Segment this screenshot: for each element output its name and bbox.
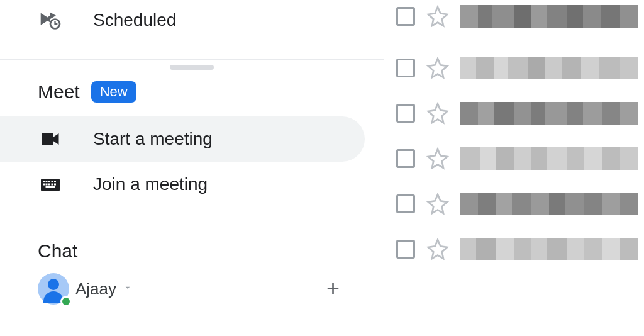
redacted-sender (460, 238, 638, 260)
mail-row[interactable] (384, 181, 644, 227)
svg-rect-7 (43, 184, 45, 186)
mail-list (384, 0, 644, 336)
divider (0, 59, 384, 60)
svg-rect-5 (52, 181, 53, 182)
chevron-down-icon[interactable] (123, 283, 133, 295)
redacted-sender (460, 5, 638, 28)
collapse-handle[interactable] (170, 65, 214, 70)
mail-checkbox[interactable] (396, 104, 415, 123)
star-icon[interactable] (426, 57, 449, 79)
star-icon[interactable] (426, 238, 449, 260)
mail-checkbox[interactable] (396, 59, 415, 77)
meet-section-header: Meet New (0, 81, 384, 116)
mail-checkbox[interactable] (396, 7, 415, 26)
scheduled-icon (38, 8, 63, 33)
mail-row[interactable] (384, 45, 644, 91)
svg-rect-10 (52, 184, 53, 186)
svg-rect-6 (54, 181, 56, 182)
star-icon[interactable] (426, 193, 449, 215)
sidebar: Scheduled Meet New Start a meeting (0, 0, 384, 336)
svg-rect-11 (54, 184, 56, 186)
user-name: Ajaay (75, 279, 116, 299)
mail-checkbox[interactable] (396, 240, 415, 259)
mail-row[interactable] (384, 136, 644, 181)
svg-rect-12 (46, 186, 55, 188)
mail-row[interactable] (384, 227, 644, 272)
scheduled-label: Scheduled (93, 10, 176, 30)
start-meeting-label: Start a meeting (93, 129, 213, 149)
svg-rect-2 (43, 181, 45, 182)
star-icon[interactable] (426, 5, 449, 28)
keyboard-icon (38, 172, 63, 197)
new-badge: New (91, 81, 136, 103)
avatar (38, 273, 69, 305)
mail-checkbox[interactable] (396, 194, 415, 213)
sidebar-item-scheduled[interactable]: Scheduled (0, 0, 384, 40)
add-chat-button[interactable]: + (326, 277, 340, 300)
chat-user-row[interactable]: Ajaay + (38, 273, 384, 305)
svg-rect-9 (48, 184, 50, 186)
join-meeting-label: Join a meeting (93, 174, 208, 194)
redacted-sender (460, 193, 638, 215)
svg-rect-8 (46, 184, 48, 186)
join-meeting-button[interactable]: Join a meeting (0, 162, 365, 207)
chat-title: Chat (38, 240, 77, 261)
redacted-sender (460, 147, 638, 170)
divider (0, 221, 384, 221)
redacted-sender (460, 102, 638, 125)
mail-row[interactable] (384, 91, 644, 136)
redacted-sender (460, 57, 638, 79)
star-icon[interactable] (426, 147, 449, 170)
star-icon[interactable] (426, 102, 449, 125)
mail-row[interactable] (384, 0, 644, 45)
svg-rect-4 (48, 181, 50, 182)
presence-indicator (60, 296, 72, 307)
start-meeting-button[interactable]: Start a meeting (0, 116, 365, 162)
svg-rect-3 (46, 181, 48, 182)
meet-title: Meet (38, 81, 80, 103)
chat-section: Chat Ajaay + (0, 240, 384, 305)
mail-checkbox[interactable] (396, 149, 415, 168)
video-camera-icon (38, 126, 63, 152)
